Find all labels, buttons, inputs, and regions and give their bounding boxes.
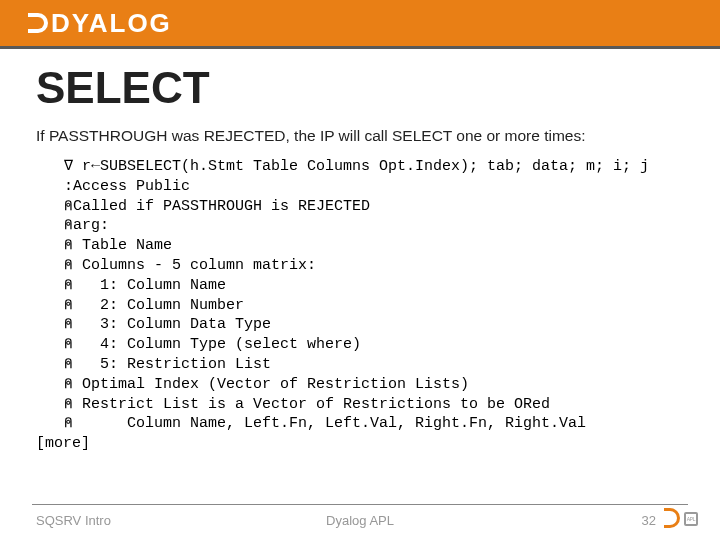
code-line: ⍝ Restrict List is a Vector of Restricti… <box>64 396 550 413</box>
footer-left-text: SQSRV Intro <box>36 513 111 528</box>
code-line: ⍝ 3: Column Data Type <box>64 316 271 333</box>
code-block: ∇ r←SUBSELECT(h.Stmt Table Columns Opt.I… <box>64 157 684 454</box>
page-number: 32 <box>642 513 656 528</box>
apl-box-icon: APL <box>684 512 698 526</box>
code-line: ⍝ 1: Column Name <box>64 277 226 294</box>
footer-center-text: Dyalog APL <box>326 513 394 528</box>
top-divider <box>0 46 720 49</box>
page-title: SELECT <box>36 63 720 113</box>
code-line: ⍝arg: <box>64 217 109 234</box>
code-line: ⍝ Table Name <box>64 237 172 254</box>
footer: SQSRV Intro Dyalog APL 32 APL <box>0 492 720 540</box>
code-line: ⍝ 5: Restriction List <box>64 356 271 373</box>
code-line: ∇ r←SUBSELECT(h.Stmt Table Columns Opt.I… <box>64 158 649 175</box>
brand-name: DYALOG <box>51 8 172 39</box>
slide: DYALOG SELECT If PASSTHROUGH was REJECTE… <box>0 0 720 540</box>
code-line: ⍝ 4: Column Type (select where) <box>64 336 361 353</box>
code-line: :Access Public <box>64 178 190 195</box>
code-line: ⍝Called if PASSTHROUGH is REJECTED <box>64 198 370 215</box>
brand-logo: DYALOG <box>28 8 172 39</box>
code-more: [more] <box>36 434 90 454</box>
code-line: ⍝ Columns - 5 column matrix: <box>64 257 316 274</box>
code-line: ⍝ 2: Column Number <box>64 297 244 314</box>
footer-logo: APL <box>664 506 698 532</box>
code-line: ⍝ Column Name, Left.Fn, Left.Val, Right.… <box>64 415 586 432</box>
intro-text: If PASSTHROUGH was REJECTED, the IP will… <box>36 127 684 145</box>
footer-d-icon <box>664 508 680 528</box>
top-bar: DYALOG <box>0 0 720 46</box>
brand-d-icon <box>28 13 48 33</box>
apl-label: APL <box>687 516 696 522</box>
footer-divider <box>32 504 688 505</box>
code-line: ⍝ Optimal Index (Vector of Restriction L… <box>64 376 469 393</box>
